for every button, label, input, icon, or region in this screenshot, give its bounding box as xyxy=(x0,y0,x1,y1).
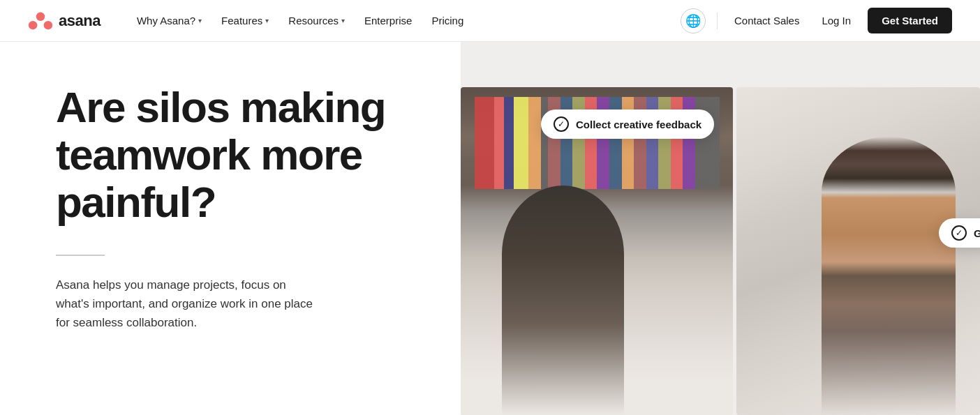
nav-links: Why Asana? ▾ Features ▾ Resources ▾ Ente… xyxy=(128,10,681,31)
nav-resources[interactable]: Resources ▾ xyxy=(280,10,353,31)
feedback-badge-text: Collect creative feedback xyxy=(576,119,701,130)
photos-container: ✓ Collect creative feedback ✓ Get budget… xyxy=(461,87,980,415)
contact-sales-link[interactable]: Contact Sales xyxy=(729,10,805,31)
svg-point-1 xyxy=(29,21,37,29)
language-selector-button[interactable]: 🌐 xyxy=(681,8,706,33)
logo-text: asana xyxy=(59,12,101,30)
budget-badge: ✓ Get budget sign-off xyxy=(939,218,980,248)
hero-heading: Are silos making teamwork more painful? xyxy=(56,84,419,227)
logo-link[interactable]: asana xyxy=(28,11,101,31)
nav-divider xyxy=(717,13,718,29)
get-started-button[interactable]: Get Started xyxy=(868,8,952,33)
nav-pricing[interactable]: Pricing xyxy=(423,10,472,31)
check-icon: ✓ xyxy=(951,225,967,241)
chevron-down-icon: ▾ xyxy=(341,17,345,24)
nav-right-actions: 🌐 Contact Sales Log In Get Started xyxy=(681,8,952,33)
hero-subtext: Asana helps you manage projects, focus o… xyxy=(56,276,321,333)
photo-main: ✓ Collect creative feedback xyxy=(461,87,733,415)
hero-right-panel: ✓ Collect creative feedback ✓ Get budget… xyxy=(461,42,980,415)
nav-features[interactable]: Features ▾ xyxy=(213,10,277,31)
globe-icon: 🌐 xyxy=(685,13,701,29)
nav-why-asana[interactable]: Why Asana? ▾ xyxy=(128,10,210,31)
hero-left-panel: Are silos making teamwork more painful? … xyxy=(0,42,461,415)
svg-point-2 xyxy=(44,21,52,29)
login-link[interactable]: Log In xyxy=(816,10,856,31)
nav-enterprise[interactable]: Enterprise xyxy=(356,10,420,31)
photo-right: ✓ Get budget sign-off xyxy=(736,87,980,415)
chevron-down-icon: ▾ xyxy=(198,17,202,24)
svg-point-0 xyxy=(36,12,45,20)
chevron-down-icon: ▾ xyxy=(265,17,269,24)
asana-logo-icon xyxy=(28,11,53,31)
hero-divider xyxy=(56,255,105,256)
feedback-badge: ✓ Collect creative feedback xyxy=(541,110,714,139)
check-icon: ✓ xyxy=(554,116,569,132)
main-content: Are silos making teamwork more painful? … xyxy=(0,42,980,415)
photo-right-bg xyxy=(736,87,980,415)
person-figure xyxy=(822,137,956,416)
navbar: asana Why Asana? ▾ Features ▾ Resources … xyxy=(0,0,980,42)
budget-badge-text: Get budget sign-off xyxy=(974,227,980,239)
